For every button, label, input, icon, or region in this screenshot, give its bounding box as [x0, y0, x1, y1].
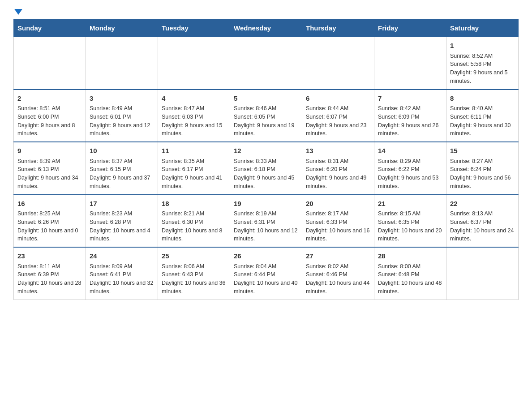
calendar-cell: 11Sunrise: 8:35 AMSunset: 6:17 PMDayligh… — [158, 142, 230, 195]
day-number: 26 — [234, 251, 298, 261]
day-info: Sunrise: 8:23 AMSunset: 6:28 PMDaylight:… — [90, 210, 154, 243]
calendar-cell — [446, 247, 519, 300]
day-number: 17 — [90, 199, 154, 209]
day-number: 5 — [234, 94, 298, 104]
calendar-cell — [158, 37, 230, 90]
day-of-week-header: Thursday — [302, 20, 374, 37]
day-info: Sunrise: 8:09 AMSunset: 6:41 PMDaylight:… — [90, 262, 154, 296]
calendar-cell: 16Sunrise: 8:25 AMSunset: 6:26 PMDayligh… — [14, 195, 86, 248]
calendar-cell: 21Sunrise: 8:15 AMSunset: 6:35 PMDayligh… — [374, 195, 446, 248]
day-of-week-header: Tuesday — [158, 20, 230, 37]
day-info: Sunrise: 8:47 AMSunset: 6:03 PMDaylight:… — [162, 104, 226, 138]
calendar-cell: 8Sunrise: 8:40 AMSunset: 6:11 PMDaylight… — [446, 90, 519, 142]
calendar-cell: 9Sunrise: 8:39 AMSunset: 6:13 PMDaylight… — [14, 142, 86, 195]
calendar-week-row: 9Sunrise: 8:39 AMSunset: 6:13 PMDaylight… — [14, 142, 519, 195]
day-number: 7 — [378, 94, 442, 104]
calendar-cell: 24Sunrise: 8:09 AMSunset: 6:41 PMDayligh… — [86, 247, 158, 300]
calendar-cell: 13Sunrise: 8:31 AMSunset: 6:20 PMDayligh… — [302, 142, 374, 195]
day-info: Sunrise: 8:29 AMSunset: 6:22 PMDaylight:… — [378, 157, 442, 191]
day-number: 15 — [450, 146, 515, 156]
day-number: 28 — [378, 251, 442, 261]
calendar-cell: 6Sunrise: 8:44 AMSunset: 6:07 PMDaylight… — [302, 90, 374, 142]
day-number: 8 — [450, 94, 515, 104]
calendar-cell — [230, 37, 302, 90]
day-info: Sunrise: 8:49 AMSunset: 6:01 PMDaylight:… — [90, 104, 154, 138]
calendar-cell: 15Sunrise: 8:27 AMSunset: 6:24 PMDayligh… — [446, 142, 519, 195]
calendar-cell — [302, 37, 374, 90]
day-number: 18 — [162, 199, 226, 209]
calendar-cell — [14, 37, 86, 90]
day-info: Sunrise: 8:15 AMSunset: 6:35 PMDaylight:… — [378, 210, 442, 243]
day-of-week-header: Monday — [86, 20, 158, 37]
day-of-week-header: Sunday — [14, 20, 86, 37]
day-info: Sunrise: 8:13 AMSunset: 6:37 PMDaylight:… — [450, 210, 515, 243]
day-info: Sunrise: 8:27 AMSunset: 6:24 PMDaylight:… — [450, 157, 515, 191]
day-info: Sunrise: 8:06 AMSunset: 6:43 PMDaylight:… — [162, 262, 226, 296]
day-info: Sunrise: 8:25 AMSunset: 6:26 PMDaylight:… — [17, 210, 82, 243]
day-number: 22 — [450, 199, 515, 209]
logo-triangle-icon — [14, 9, 22, 15]
day-info: Sunrise: 8:40 AMSunset: 6:11 PMDaylight:… — [450, 104, 515, 138]
calendar-cell: 4Sunrise: 8:47 AMSunset: 6:03 PMDaylight… — [158, 90, 230, 142]
day-number: 9 — [17, 146, 82, 156]
day-info: Sunrise: 8:17 AMSunset: 6:33 PMDaylight:… — [306, 210, 370, 243]
day-number: 21 — [378, 199, 442, 209]
day-number: 23 — [17, 251, 82, 261]
day-number: 10 — [90, 146, 154, 156]
day-of-week-header: Friday — [374, 20, 446, 37]
day-info: Sunrise: 8:46 AMSunset: 6:05 PMDaylight:… — [234, 104, 298, 138]
calendar-cell: 10Sunrise: 8:37 AMSunset: 6:15 PMDayligh… — [86, 142, 158, 195]
calendar-header-row: SundayMondayTuesdayWednesdayThursdayFrid… — [14, 20, 519, 37]
calendar-cell — [86, 37, 158, 90]
calendar-week-row: 1Sunrise: 8:52 AMSunset: 5:58 PMDaylight… — [14, 37, 519, 90]
day-number: 19 — [234, 199, 298, 209]
calendar-cell: 28Sunrise: 8:00 AMSunset: 6:48 PMDayligh… — [374, 247, 446, 300]
page-header — [13, 9, 519, 15]
calendar-cell: 17Sunrise: 8:23 AMSunset: 6:28 PMDayligh… — [86, 195, 158, 248]
day-number: 13 — [306, 146, 370, 156]
day-number: 24 — [90, 251, 154, 261]
calendar-cell: 20Sunrise: 8:17 AMSunset: 6:33 PMDayligh… — [302, 195, 374, 248]
day-info: Sunrise: 8:35 AMSunset: 6:17 PMDaylight:… — [162, 157, 226, 191]
day-info: Sunrise: 8:44 AMSunset: 6:07 PMDaylight:… — [306, 104, 370, 138]
day-info: Sunrise: 8:31 AMSunset: 6:20 PMDaylight:… — [306, 157, 370, 191]
calendar-cell: 7Sunrise: 8:42 AMSunset: 6:09 PMDaylight… — [374, 90, 446, 142]
day-info: Sunrise: 8:02 AMSunset: 6:46 PMDaylight:… — [306, 262, 370, 296]
calendar-cell: 27Sunrise: 8:02 AMSunset: 6:46 PMDayligh… — [302, 247, 374, 300]
calendar-cell: 3Sunrise: 8:49 AMSunset: 6:01 PMDaylight… — [86, 90, 158, 142]
day-info: Sunrise: 8:39 AMSunset: 6:13 PMDaylight:… — [17, 157, 82, 191]
day-of-week-header: Saturday — [446, 20, 519, 37]
day-info: Sunrise: 8:51 AMSunset: 6:00 PMDaylight:… — [17, 104, 82, 138]
calendar-table: SundayMondayTuesdayWednesdayThursdayFrid… — [13, 19, 519, 300]
calendar-cell — [374, 37, 446, 90]
calendar-cell: 14Sunrise: 8:29 AMSunset: 6:22 PMDayligh… — [374, 142, 446, 195]
calendar-cell: 22Sunrise: 8:13 AMSunset: 6:37 PMDayligh… — [446, 195, 519, 248]
day-number: 14 — [378, 146, 442, 156]
day-number: 2 — [17, 94, 82, 104]
calendar-cell: 19Sunrise: 8:19 AMSunset: 6:31 PMDayligh… — [230, 195, 302, 248]
calendar-cell: 23Sunrise: 8:11 AMSunset: 6:39 PMDayligh… — [14, 247, 86, 300]
calendar-week-row: 23Sunrise: 8:11 AMSunset: 6:39 PMDayligh… — [14, 247, 519, 300]
calendar-cell: 18Sunrise: 8:21 AMSunset: 6:30 PMDayligh… — [158, 195, 230, 248]
day-number: 11 — [162, 146, 226, 156]
calendar-cell: 12Sunrise: 8:33 AMSunset: 6:18 PMDayligh… — [230, 142, 302, 195]
day-number: 25 — [162, 251, 226, 261]
day-info: Sunrise: 8:33 AMSunset: 6:18 PMDaylight:… — [234, 157, 298, 191]
day-number: 20 — [306, 199, 370, 209]
day-info: Sunrise: 8:11 AMSunset: 6:39 PMDaylight:… — [17, 262, 82, 296]
calendar-cell: 25Sunrise: 8:06 AMSunset: 6:43 PMDayligh… — [158, 247, 230, 300]
calendar-week-row: 2Sunrise: 8:51 AMSunset: 6:00 PMDaylight… — [14, 90, 519, 142]
day-info: Sunrise: 8:00 AMSunset: 6:48 PMDaylight:… — [378, 262, 442, 296]
day-number: 3 — [90, 94, 154, 104]
day-number: 1 — [450, 41, 515, 51]
calendar-cell: 26Sunrise: 8:04 AMSunset: 6:44 PMDayligh… — [230, 247, 302, 300]
day-number: 27 — [306, 251, 370, 261]
day-number: 4 — [162, 94, 226, 104]
day-info: Sunrise: 8:04 AMSunset: 6:44 PMDaylight:… — [234, 262, 298, 296]
logo — [13, 9, 22, 15]
day-of-week-header: Wednesday — [230, 20, 302, 37]
day-number: 6 — [306, 94, 370, 104]
day-info: Sunrise: 8:37 AMSunset: 6:15 PMDaylight:… — [90, 157, 154, 191]
day-info: Sunrise: 8:52 AMSunset: 5:58 PMDaylight:… — [450, 52, 515, 86]
calendar-cell: 2Sunrise: 8:51 AMSunset: 6:00 PMDaylight… — [14, 90, 86, 142]
